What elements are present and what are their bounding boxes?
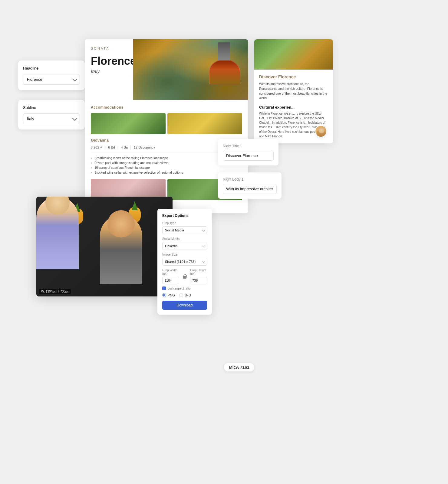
headline-dropdown[interactable]: Florence <box>23 74 80 85</box>
brochure-hero-image <box>133 39 248 100</box>
discover-header-image <box>254 39 333 70</box>
brochure-header: SONATA Florence Italy <box>85 39 248 100</box>
lock-icon <box>182 269 188 284</box>
export-panel-title: Export Options <box>162 214 207 218</box>
subline-value: Italy <box>27 116 34 121</box>
image-size-chevron-icon <box>202 260 205 263</box>
avatar <box>315 125 327 137</box>
property-photo-2 <box>167 113 242 134</box>
download-button[interactable]: Download <box>162 301 207 310</box>
subline-dropdown[interactable]: Italy <box>23 113 80 124</box>
export-panel: Export Options Crop Type Social Media So… <box>157 209 212 315</box>
right-title-input[interactable] <box>223 151 274 161</box>
subline-chevron-icon <box>72 116 77 121</box>
discover-title: Discover Florence <box>259 74 328 79</box>
photo-background: W: 1304px H: 736px <box>36 197 173 296</box>
width-value: 1104 <box>164 279 172 282</box>
social-media-dropdown[interactable]: LinkedIn <box>162 242 207 250</box>
png-radio-icon[interactable] <box>162 293 166 297</box>
right-body-input[interactable] <box>223 184 277 194</box>
png-option[interactable]: PNG <box>162 293 175 297</box>
width-label: Crop Width (px) <box>162 269 179 275</box>
headline-label: Headline <box>23 66 80 70</box>
list-item: 10 acres of spacious French landscape <box>91 165 242 170</box>
lock-aspect-checkbox[interactable] <box>162 286 166 290</box>
stat-baths: 4 Ba <box>121 146 128 149</box>
cultural-title: Cultural experien... <box>259 105 328 110</box>
discover-body: With its impressive architecture, the Re… <box>259 82 328 101</box>
lock-aspect-row: Lock aspect ratio <box>162 286 207 290</box>
stat-beds: 6 Bd <box>108 146 115 149</box>
crop-type-value: Social Media <box>165 228 184 232</box>
right-title-label: Right Title 1 <box>223 144 274 148</box>
image-size-value: Shared (1104 × 736) <box>165 260 196 263</box>
height-field: Crop Height (px) 736 <box>190 269 207 284</box>
height-label: Crop Height (px) <box>190 269 207 275</box>
image-size-label: Image Size <box>162 253 207 256</box>
social-media-chevron-icon <box>202 244 205 247</box>
image-size-dropdown[interactable]: Shared (1104 × 736) <box>162 258 207 266</box>
lock-aspect-label: Lock aspect ratio <box>168 287 191 290</box>
jpg-label: JPG <box>185 293 191 297</box>
headline-value: Florence <box>27 77 42 82</box>
lock-shape-icon <box>183 274 186 279</box>
brochure-title: Florence <box>91 55 127 67</box>
width-input[interactable]: 1104 <box>162 277 179 284</box>
crop-type-chevron-icon <box>202 228 205 231</box>
person-left-figure <box>36 197 79 269</box>
photo-row-1 <box>91 113 242 134</box>
accommodations-label: Accommodations <box>91 105 242 110</box>
person-right-figure <box>100 215 142 284</box>
social-media-label: Social Media <box>162 237 207 240</box>
subline-label: Subline <box>23 105 80 110</box>
jpg-option[interactable]: JPG <box>179 293 191 297</box>
discover-panel: Discover Florence With its impressive ar… <box>254 39 333 143</box>
height-input[interactable]: 736 <box>190 277 207 284</box>
brochure-left-header: SONATA Florence Italy <box>85 39 133 100</box>
stat-occupancy: 12 Occupancy <box>134 146 155 149</box>
right-title-panel: Right Title 1 <box>218 139 278 165</box>
social-media-value: LinkedIn <box>165 244 178 248</box>
width-field: Crop Width (px) 1104 <box>162 269 179 284</box>
crop-type-label: Crop Type <box>162 221 207 225</box>
florence-dome-icon <box>206 45 242 85</box>
right-body-label: Right Body 1 <box>223 177 277 182</box>
headline-chevron-icon <box>72 76 77 81</box>
photo-edit-container: W: 1304px H: 736px <box>36 197 173 296</box>
brochure-brand: SONATA <box>91 47 127 50</box>
mica-badge: MicA 7161 <box>224 363 254 371</box>
stat-area: 7,262ft² <box>91 146 102 149</box>
png-label: PNG <box>168 293 175 297</box>
property-photo-1 <box>91 113 166 134</box>
jpg-radio-icon[interactable] <box>179 293 183 297</box>
size-row: Crop Width (px) 1104 Crop Height (px) 73… <box>162 269 207 284</box>
subline-panel: Subline Italy <box>18 100 85 129</box>
dimension-badge: W: 1304px H: 736px <box>39 289 71 294</box>
discover-content: Discover Florence With its impressive ar… <box>254 70 333 143</box>
headline-panel: Headline Florence <box>18 60 85 90</box>
right-body-panel: Right Body 1 <box>218 172 282 199</box>
brochure-subtitle: Italy <box>91 69 127 74</box>
format-radio-row: PNG JPG <box>162 293 207 297</box>
height-value: 736 <box>192 279 198 282</box>
crop-type-dropdown[interactable]: Social Media <box>162 226 207 234</box>
